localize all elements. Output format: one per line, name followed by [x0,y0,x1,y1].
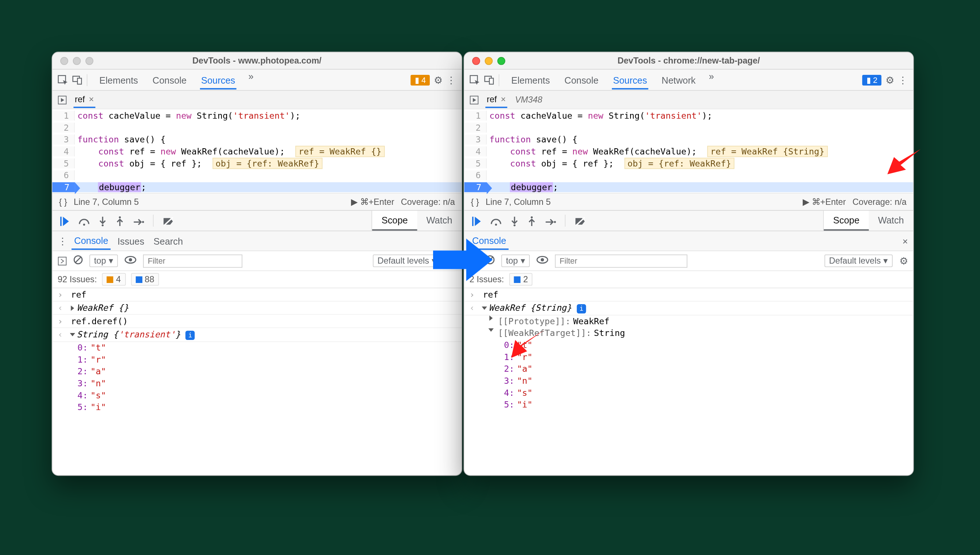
console-input: ref.deref() [71,316,128,326]
more-tabs-icon[interactable]: » [709,71,714,89]
console-settings-icon[interactable]: ⚙ [899,255,908,267]
close-icon[interactable]: × [500,94,506,104]
tab-console[interactable]: Console [151,71,188,89]
code-editor[interactable]: 1const cacheValue = new String('transien… [52,109,462,193]
filter-input[interactable] [143,254,242,267]
context-selector[interactable]: top ▾ [90,255,118,267]
live-expression-icon[interactable] [125,256,136,266]
tab-elements[interactable]: Elements [98,71,139,89]
drawer-tab-issues[interactable]: Issues [115,233,147,249]
settings-icon[interactable]: ⚙ [886,74,894,86]
live-expression-icon[interactable] [536,256,548,266]
main-tabs: Elements Console Sources Network » [510,71,858,89]
tab-elements[interactable]: Elements [510,71,551,89]
issues-bar[interactable]: 2 Issues: 2 [464,271,913,288]
issues-bar[interactable]: 92 Issues: 4 88 [52,271,462,288]
deactivate-breakpoints-icon[interactable] [163,212,173,230]
log-levels-selector[interactable]: Default levels ▾ [373,255,441,267]
svg-point-13 [129,258,132,261]
step-out-icon[interactable] [528,212,536,230]
issues-info-chip[interactable]: 2 [509,273,533,286]
svg-point-6 [119,217,121,218]
context-selector[interactable]: top ▾ [501,255,530,267]
drawer-tab-console[interactable]: Console [72,232,111,250]
step-icon[interactable] [133,212,144,230]
console-output[interactable]: ›ref ‹WeakRef {String} i [[Prototype]]: … [464,289,913,475]
debugger-toolbar: Scope Watch [464,210,913,231]
tab-sources[interactable]: Sources [612,71,648,89]
tab-network[interactable]: Network [660,71,697,89]
braces-icon[interactable]: { } [471,197,479,207]
watch-tab[interactable]: Watch [417,211,462,230]
kebab-menu-icon[interactable]: ⋮ [446,74,456,86]
run-hint: ▶ ⌘+Enter [803,197,846,207]
breakpoint-line[interactable]: 7 debugger; [464,181,913,193]
drawer-menu-icon[interactable]: ⋮ [58,235,67,247]
resume-icon[interactable] [472,212,481,230]
more-tabs-icon[interactable]: » [248,71,254,89]
inline-hint: obj = {ref: WeakRef} [213,157,323,169]
close-icon[interactable]: × [89,94,94,104]
inspect-icon[interactable] [470,74,480,85]
run-snippet-icon[interactable] [58,95,67,104]
warning-badge[interactable]: ▮4 [411,74,430,85]
svg-rect-16 [489,78,493,83]
braces-icon[interactable]: { } [59,197,67,207]
main-tabs-row: Elements Console Sources » ▮4 ⚙ ⋮ [52,70,462,91]
file-tab-ref[interactable]: ref× [74,91,95,108]
scope-tab[interactable]: Scope [824,211,869,230]
step-into-icon[interactable] [510,212,518,230]
console-output[interactable]: ›ref ‹WeakRef {} ›ref.deref() ‹String {'… [52,289,462,475]
inline-hint: ref = WeakRef {String} [707,145,828,157]
svg-point-21 [554,221,556,223]
log-levels-selector[interactable]: Default levels ▾ [825,255,893,267]
close-drawer-icon[interactable]: × [903,236,908,246]
warning-icon: ▮ [415,75,420,84]
inspect-icon[interactable] [58,74,68,85]
kebab-menu-icon[interactable]: ⋮ [898,74,908,86]
device-toolbar-icon[interactable] [484,74,495,85]
console-toolbar: top ▾ Default levels ▾ ⚙ [464,251,913,271]
console-input: ref [71,290,86,299]
devtools-window-right: DevTools - chrome://new-tab-page/ Elemen… [464,52,914,476]
watch-tab[interactable]: Watch [869,211,913,230]
expanded-object: 0: "t" 1: "r" 2: "a" 3: "n" 4: "s" 5: "i… [52,342,462,413]
breakpoint-line[interactable]: 7 debugger; [52,181,462,193]
info-icon[interactable]: i [186,330,195,340]
device-toolbar-icon[interactable] [72,74,83,85]
tab-console[interactable]: Console [563,71,600,89]
resume-icon[interactable] [60,212,69,230]
info-icon[interactable]: i [577,304,586,313]
issues-warning-chip[interactable]: 4 [102,273,126,286]
tab-sources[interactable]: Sources [200,71,237,89]
deactivate-breakpoints-icon[interactable] [575,212,585,230]
svg-point-19 [514,224,516,226]
step-icon[interactable] [545,212,556,230]
console-sidebar-icon[interactable] [58,256,67,265]
file-tab-vm[interactable]: VM348 [514,92,544,107]
scope-tab[interactable]: Scope [372,211,417,230]
window-title: DevTools - www.photopea.com/ [52,56,462,65]
coverage-status[interactable]: Coverage: n/a [853,197,906,207]
filter-input[interactable] [555,254,687,267]
info-badge[interactable]: ▮2 [863,74,881,85]
main-tabs-row: Elements Console Sources Network » ▮2 ⚙ … [464,70,913,91]
clear-console-icon[interactable] [74,255,82,266]
file-tabs: ref× [52,91,462,109]
svg-line-11 [75,257,81,263]
step-into-icon[interactable] [99,212,107,230]
code-editor[interactable]: 1const cacheValue = new String('transien… [464,109,913,193]
console-toolbar: top ▾ Default levels ▾ ⚙ [52,251,462,271]
step-over-icon[interactable] [79,212,90,230]
console-result[interactable]: WeakRef {String} i [483,303,586,313]
step-out-icon[interactable] [116,212,124,230]
issues-info-chip[interactable]: 88 [131,273,159,286]
console-result[interactable]: WeakRef {} [71,303,128,313]
console-result[interactable]: String {'transient'} i [71,329,195,340]
run-snippet-icon[interactable] [470,95,479,104]
coverage-status[interactable]: Coverage: n/a [401,197,455,207]
drawer-tab-search[interactable]: Search [151,233,186,249]
step-over-icon[interactable] [491,212,501,230]
settings-icon[interactable]: ⚙ [434,74,443,86]
file-tab-ref[interactable]: ref× [485,91,507,108]
